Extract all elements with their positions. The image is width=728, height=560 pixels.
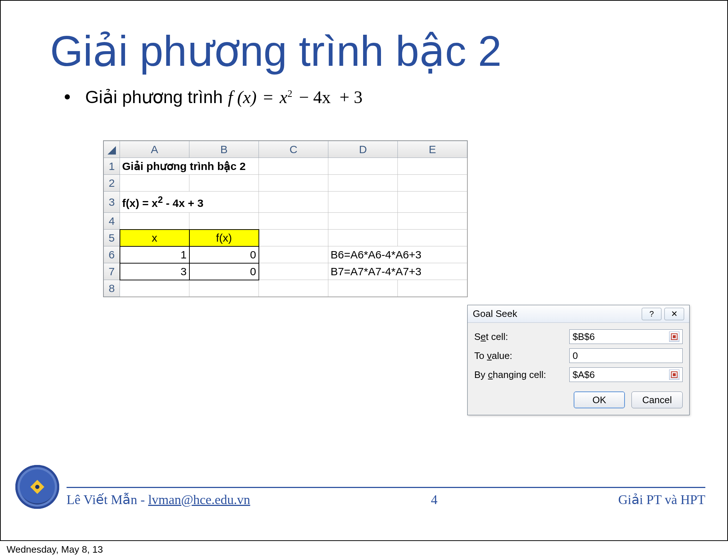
to-value-row: To value: 0 [474,348,683,363]
eq-equals: = [261,87,275,107]
lbl-pre3: By [474,369,488,380]
to-value-input[interactable]: 0 [569,348,683,363]
dialog-title: Goal Seek [473,308,639,319]
col-header-B[interactable]: B [189,141,259,158]
bullet-dot-icon [65,94,70,99]
set-cell-value: $B$6 [573,331,595,343]
presentation-date: Wednesday, May 8, 13 [7,544,103,555]
cell-A2[interactable] [120,175,189,192]
lbl-u2: v [487,350,492,361]
cell-A6[interactable]: 1 [120,246,189,263]
cell-C4[interactable] [259,213,328,230]
lbl-post3: hanging cell: [493,369,546,380]
cell-D7[interactable]: B7=A7*A7-4*A7+3 [328,263,467,280]
cell-C8[interactable] [259,280,328,297]
bullet-item: Giải phương trình f (x) = x2 − 4x + 3 [65,87,727,107]
cell-C3[interactable] [259,192,328,213]
spreadsheet: ◢ A B C D E 1 Giải phương trình bậc 2 2 [103,140,468,297]
cell-C6[interactable] [259,246,328,263]
bullet-text: Giải phương trình [85,87,223,107]
goal-seek-dialog: Goal Seek ? ✕ Set cell: $B$6 [467,305,690,415]
lbl-post: t cell: [486,331,508,342]
cell-A5[interactable]: x [120,230,189,246]
dialog-body: Set cell: $B$6 To value: 0 [468,323,689,391]
cell-E2[interactable] [398,175,467,192]
row-header-5[interactable]: 5 [104,230,120,246]
dialog-actions: OK Cancel [468,391,689,415]
cell-D5[interactable] [328,230,398,246]
cell-C2[interactable] [259,175,328,192]
help-button[interactable]: ? [642,308,661,320]
footer-module: Giải PT và HPT [618,492,705,507]
svg-point-5 [35,485,39,489]
col-header-C[interactable]: C [259,141,328,158]
col-header-E[interactable]: E [398,141,467,158]
row-header-7[interactable]: 7 [104,263,120,280]
slide-title: Giải phương trình bậc 2 [50,26,727,76]
cell-A1[interactable]: Giải phương trình bậc 2 [120,158,259,175]
close-button[interactable]: ✕ [664,308,684,320]
cell-D1[interactable] [328,158,398,175]
row-header-8[interactable]: 8 [104,280,120,297]
cell-E5[interactable] [398,230,467,246]
by-changing-value: $A$6 [573,369,595,381]
by-changing-input[interactable]: $A$6 [569,367,683,382]
to-value-value: 0 [573,350,578,362]
footer-author: Lê Viết Mẫn - [67,492,148,507]
row-header-6[interactable]: 6 [104,246,120,263]
slide-footer: Lê Viết Mẫn - lvman@hce.edu.vn 4 Giải PT… [67,492,705,507]
ok-button[interactable]: OK [574,391,625,408]
set-cell-label: Set cell: [474,331,569,343]
cell-A4[interactable] [120,213,189,230]
cell-D4[interactable] [328,213,398,230]
row-header-2[interactable]: 2 [104,175,120,192]
footer-email: lvman@hce.edu.vn [148,492,250,507]
by-changing-row: By changing cell: $A$6 [474,367,683,382]
dialog-titlebar[interactable]: Goal Seek ? ✕ [468,305,689,323]
eq-lhs: f (x) [228,87,257,107]
col-header-D[interactable]: D [328,141,398,158]
cell-C5[interactable] [259,230,328,246]
cell-C1[interactable] [259,158,328,175]
university-logo [15,465,59,509]
cell-D2[interactable] [328,175,398,192]
cell-B5[interactable]: f(x) [189,230,259,246]
row-header-1[interactable]: 1 [104,158,120,175]
range-picker-icon[interactable] [669,370,679,380]
cell-E3[interactable] [398,192,467,213]
cell-A8[interactable] [120,280,189,297]
lbl-u: e [480,331,486,342]
svg-rect-3 [673,373,676,376]
cell-A7[interactable]: 3 [120,263,189,280]
cell-B2[interactable] [189,175,259,192]
footer-author-block: Lê Viết Mẫn - lvman@hce.edu.vn [67,492,250,507]
cell-E1[interactable] [398,158,467,175]
sheet-corner[interactable]: ◢ [104,141,120,158]
to-value-label: To value: [474,350,569,362]
footer-page: 4 [431,492,437,507]
cell-E8[interactable] [398,280,467,297]
cell-A3[interactable]: f(x) = x2 - 4x + 3 [120,192,259,213]
cell-B6[interactable]: 0 [189,246,259,263]
cell-E4[interactable] [398,213,467,230]
row-header-3[interactable]: 3 [104,192,120,213]
row-header-4[interactable]: 4 [104,213,120,230]
lbl-pre: S [474,331,480,342]
cell-A3-suf: - 4x + 3 [163,197,203,209]
set-cell-input[interactable]: $B$6 [569,329,683,344]
range-picker-icon[interactable] [669,332,679,342]
eq-sup: 2 [287,88,292,99]
eq-term3: + 3 [337,87,365,107]
cancel-button[interactable]: Cancel [631,391,683,408]
cell-B4[interactable] [189,213,259,230]
cell-D3[interactable] [328,192,398,213]
cell-B7[interactable]: 0 [189,263,259,280]
col-header-A[interactable]: A [120,141,189,158]
cell-D6[interactable]: B6=A6*A6-4*A6+3 [328,246,467,263]
lbl-u3: c [488,369,493,380]
cell-B8[interactable] [189,280,259,297]
cell-D8[interactable] [328,280,398,297]
cell-A3-pre: f(x) = x [122,197,158,209]
cell-C7[interactable] [259,263,328,280]
slide: Giải phương trình bậc 2 Giải phương trìn… [0,0,728,541]
